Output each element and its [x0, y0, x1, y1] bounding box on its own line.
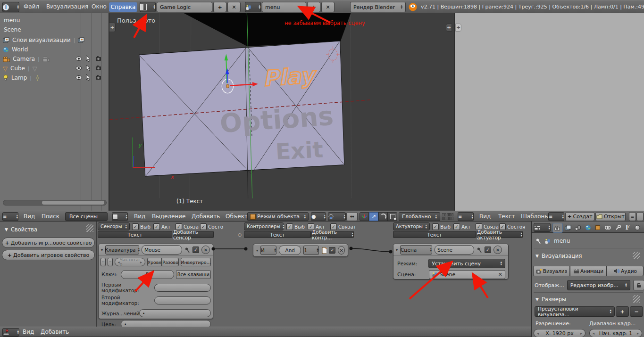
outliner-editor-selector[interactable]: ≡ ▴▾ [2, 212, 18, 221]
stepper-left-icon[interactable]: ◂ [593, 331, 594, 336]
controllers-filter-selector[interactable]: Контроллеры ▴▾ [244, 222, 284, 230]
outliner-hscrollbar[interactable] [3, 200, 107, 205]
controller-active-checkbox[interactable]: ✓ [329, 247, 335, 254]
selectability-cursor-icon[interactable] [86, 65, 91, 71]
shading-selector[interactable]: ● ▴▾ [311, 212, 326, 221]
tab-modifiers[interactable] [613, 223, 622, 232]
tab-render[interactable] [552, 223, 563, 233]
actuator-name-field[interactable]: Scene [435, 245, 474, 255]
selectability-cursor-icon[interactable] [86, 74, 91, 81]
frequency-slider[interactable]: ◂Частота: 0▸ [115, 258, 146, 266]
stepper-left-icon[interactable]: ◂ [537, 331, 539, 336]
mark-initial-state-icon[interactable] [321, 247, 326, 254]
outliner-display-mode[interactable]: Все сцены [65, 212, 108, 221]
selectability-cursor-icon[interactable] [86, 56, 91, 62]
actuator-type-selector[interactable]: Сцена ▴▾ [400, 245, 432, 255]
viewport-3d[interactable]: Play Options Exit Пол [109, 13, 454, 211]
actuators-filter-sel[interactable]: ✓Выб [432, 223, 451, 230]
frame-start-stepper[interactable]: ◂ Нач. кадр: 1 ▸ [589, 329, 642, 337]
actuators-filter-selector[interactable]: Актуаторы ▴▾ [393, 222, 430, 230]
controllers-filter-sel[interactable]: ✓Выб [286, 223, 305, 230]
logic-menu-view[interactable]: Вид [21, 327, 36, 337]
controller-brick-and[interactable]: ▾ И ▴▾ And 1 ▴▾ ✓ ✕ [253, 244, 348, 257]
lock-interface-toggle[interactable] [633, 280, 644, 290]
dimensions-panel-header[interactable]: ▼ Размеры [535, 296, 566, 303]
logic-editor-selector[interactable]: ▴▾ [2, 328, 19, 337]
modifier1-field[interactable] [154, 284, 211, 292]
stepper-right-icon[interactable]: ▸ [637, 331, 639, 336]
visibility-eye-icon[interactable] [75, 66, 82, 71]
viewport-menu-view[interactable]: Вид [132, 211, 147, 221]
screen-name-field[interactable]: Game Logic [157, 2, 212, 12]
panel-resize-grip[interactable] [86, 224, 93, 232]
renderability-camera-icon[interactable] [95, 56, 102, 61]
invert-toggle[interactable]: Инвертиро... [181, 258, 211, 266]
log-target-field[interactable]: • [139, 309, 211, 317]
controller-name-field[interactable]: And [279, 246, 301, 255]
all-keys-button[interactable]: Все клавиши [176, 270, 211, 279]
scene-selector[interactable]: ▴▾ [245, 2, 261, 12]
text-new-button[interactable]: + Создат [565, 212, 594, 221]
text-editor-selector[interactable]: ≡ ▴▾ [458, 212, 474, 221]
controller-collapse-dot[interactable]: ○ [238, 232, 242, 237]
collapse-icon[interactable]: ▾ [396, 248, 398, 252]
actuator-active-checkbox[interactable]: ✓ [485, 247, 491, 253]
screen-delete-button[interactable]: ✕ [227, 2, 241, 12]
viewport-menu-select[interactable]: Выделение [150, 211, 187, 221]
add-game-property-button-2[interactable]: + Добавить игровое свойство [2, 250, 95, 260]
panel-resize-grip[interactable] [633, 252, 640, 259]
screen-add-button[interactable]: + [213, 2, 226, 12]
toolshelf-expand-tab[interactable]: + [109, 23, 116, 32]
menu-render[interactable]: Визуализация [44, 0, 90, 13]
scene-mode-selector[interactable]: Установить сцену ▴▾ [428, 259, 505, 268]
add-sensor-button[interactable]: Добавить сенсор [173, 231, 214, 238]
render-panel-header[interactable]: ▼ Визуализация [535, 253, 582, 259]
properties-shelf-expand-tab[interactable]: + [446, 24, 452, 32]
menu-file[interactable]: Файл [22, 0, 41, 13]
actuators-filter-act[interactable]: ✓Акт [453, 223, 471, 230]
key-value-button[interactable]: P [121, 270, 174, 279]
scale-manipulator-button[interactable] [388, 212, 397, 221]
scene-add-button[interactable]: + [307, 2, 320, 12]
panel-resize-grip[interactable] [633, 295, 640, 303]
viewport-menu-object[interactable]: Объект [224, 211, 250, 221]
pin-icon[interactable] [184, 247, 190, 253]
visibility-eye-icon[interactable] [75, 75, 82, 80]
scene-target-field[interactable]: Scene ✕ [429, 270, 505, 279]
resolution-x-stepper[interactable]: ◂ X: 1920 px ▸ [534, 329, 585, 337]
viewport-editor-selector[interactable]: ▴▾ [112, 212, 128, 221]
outliner-row-lamp[interactable]: Lamp | [3, 74, 41, 82]
text-object-exit[interactable]: Exit [275, 136, 324, 164]
pulse-true-toggle[interactable]: ··· [100, 258, 106, 266]
manipulator-toggle[interactable]: ↔ [346, 212, 358, 221]
outliner-row-scene-menu[interactable]: menu [4, 17, 20, 24]
sensor-active-checkbox[interactable]: ✓ [192, 247, 199, 253]
sensors-filter-act[interactable]: ✓Акт [153, 223, 171, 230]
scene-delete-button[interactable]: ✕ [321, 2, 335, 12]
clear-scene-icon[interactable]: ✕ [498, 271, 502, 278]
layers-widget[interactable] [442, 213, 453, 220]
tab-material[interactable] [633, 223, 642, 232]
collapse-icon[interactable]: ▾ [256, 248, 258, 253]
outliner-row-scene[interactable]: Scene [4, 26, 21, 33]
renderability-camera-icon[interactable] [95, 74, 102, 80]
manipulator-axes-button[interactable] [360, 212, 369, 221]
sensors-filter-selector[interactable]: Сенсоры ▴▾ [98, 222, 130, 230]
delete-sensor-button[interactable]: ✕ [201, 246, 210, 254]
delete-actuator-button[interactable]: ✕ [493, 246, 502, 254]
outliner-row-cube[interactable]: ▽ Cube | ▽ [3, 64, 37, 73]
render-engine-selector[interactable]: Рендер Blender ▴▾ [350, 2, 406, 12]
actuator-brick-scene[interactable]: ▾ Сцена ▴▾ Scene ✓ ✕ Режим: Установить с… [393, 244, 509, 279]
controller-state-stepper[interactable]: 1 ▴▾ [303, 246, 319, 255]
text-editor[interactable]: + [454, 13, 644, 211]
word-wrap-toggle[interactable] [636, 212, 644, 221]
text-open-button[interactable]: Открыт [595, 212, 626, 221]
tap-toggle[interactable]: Разово [162, 258, 179, 266]
breadcrumb-id[interactable]: menu [554, 238, 570, 244]
menu-window[interactable]: Окно [90, 0, 109, 13]
pin-icon[interactable] [535, 238, 541, 244]
preset-remove-button[interactable]: − [630, 306, 643, 317]
tab-world[interactable] [583, 223, 593, 232]
logic-menu-add[interactable]: Добавить [39, 327, 71, 337]
text-editor-expand-tab[interactable]: + [455, 24, 461, 32]
